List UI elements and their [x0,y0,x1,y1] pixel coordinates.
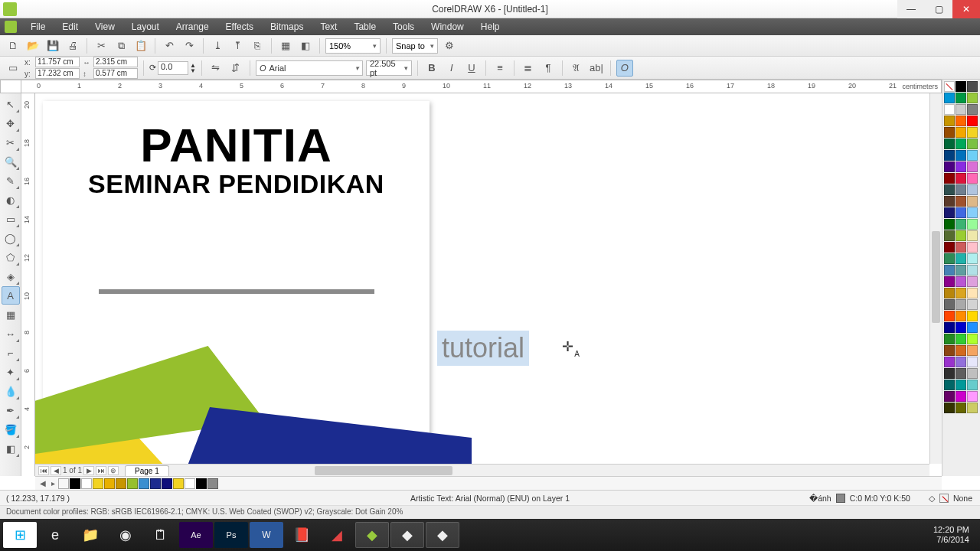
color-swatch[interactable] [956,196,966,207]
color-swatch[interactable] [967,127,978,138]
menu-view[interactable]: View [87,20,122,34]
dimension-tool[interactable]: ↔ [2,324,20,343]
color-swatch[interactable] [967,139,978,149]
mirror-v-button[interactable]: ⇵ [227,60,244,77]
color-swatch[interactable] [956,345,966,356]
palette-menu[interactable]: ▸ [48,479,57,487]
shape-tool[interactable]: ✥ [2,114,20,132]
color-swatch[interactable] [944,253,955,264]
underline-button[interactable]: U [463,60,480,77]
color-swatch[interactable] [967,288,978,298]
doc-color-swatch[interactable] [150,478,161,489]
color-swatch[interactable] [967,207,978,218]
color-swatch[interactable] [967,93,978,103]
window-close-button[interactable]: ✕ [952,0,980,18]
basic-shapes-tool[interactable]: ◈ [2,267,20,285]
color-swatch[interactable] [967,322,978,333]
color-swatch[interactable] [956,116,966,126]
italic-button[interactable]: I [443,60,460,77]
color-swatch[interactable] [956,161,966,172]
window-minimize-button[interactable]: — [897,0,925,18]
color-swatch[interactable] [944,150,955,161]
taskbar-word-icon[interactable]: W [250,522,283,548]
zoom-level-combo[interactable]: 150% [325,38,381,54]
app-launcher-button[interactable]: ▦ [277,37,294,54]
welcome-button[interactable]: ◧ [297,37,314,54]
color-swatch[interactable] [967,184,978,195]
window-maximize-button[interactable]: ▢ [925,0,952,18]
color-swatch[interactable] [944,184,955,195]
eyedropper-tool[interactable]: 💧 [2,382,20,400]
color-swatch[interactable] [967,150,978,161]
mirror-h-button[interactable]: ⇋ [207,60,224,77]
color-swatch[interactable] [967,242,978,253]
doc-color-swatch[interactable] [196,478,207,489]
height-field[interactable]: 0.577 cm [93,68,138,79]
color-swatch[interactable] [944,196,955,207]
color-swatch[interactable] [967,253,978,264]
vertical-scrollbar[interactable] [929,93,942,464]
color-swatch[interactable] [956,403,966,413]
taskbar-ie-icon[interactable]: e [38,522,72,548]
color-swatch[interactable] [967,311,978,321]
doc-color-swatch[interactable] [139,478,149,489]
color-swatch[interactable] [944,299,955,310]
color-swatch[interactable] [956,391,966,402]
color-swatch[interactable] [967,391,978,402]
taskbar-chrome-icon[interactable]: ◉ [109,522,142,548]
color-swatch[interactable] [944,357,955,367]
menu-edit[interactable]: Edit [54,20,86,34]
taskbar-app2-icon[interactable]: ◆ [390,522,424,548]
vertical-ruler[interactable]: 2018161412108642 [21,93,35,476]
color-swatch[interactable] [967,345,978,356]
outline-swatch[interactable] [939,494,949,503]
color-swatch[interactable] [956,334,966,344]
undo-button[interactable]: ↶ [161,37,178,54]
rotation-field[interactable]: 0.0 [158,61,188,75]
width-field[interactable]: 2.315 cm [93,57,138,67]
color-swatch[interactable] [944,276,955,287]
menu-layout[interactable]: Layout [124,20,167,34]
color-swatch[interactable] [944,380,955,390]
char-format-button[interactable]: 𝔄 [568,60,585,77]
rotation-stepper[interactable]: ▲▼ [190,63,196,73]
doc-color-swatch[interactable] [70,478,80,489]
taskbar-explorer-icon[interactable]: 📁 [74,522,107,548]
color-swatch[interactable] [944,116,955,126]
scrollbar-thumb[interactable] [932,231,940,323]
bold-button[interactable]: B [423,60,440,77]
freehand-tool[interactable]: ✎ [2,171,20,190]
interactive-fill-tool[interactable]: ◧ [2,439,20,458]
rectangle-tool[interactable]: ▭ [2,210,20,228]
polygon-tool[interactable]: ⬠ [2,248,20,266]
color-swatch[interactable] [967,81,978,92]
menu-help[interactable]: Help [473,20,508,34]
color-swatch[interactable] [956,184,966,195]
color-swatch[interactable] [956,219,966,230]
palette-scroll-left[interactable]: ◀ [38,479,47,487]
y-field[interactable]: 17.232 cm [35,68,80,79]
color-swatch[interactable] [956,357,966,367]
fill-indicator-icon[interactable]: �ánh [809,494,831,503]
color-swatch[interactable] [944,334,955,344]
color-swatch[interactable] [956,93,966,103]
bullet-list-button[interactable]: ≣ [520,60,537,77]
menu-file[interactable]: File [23,20,53,34]
color-swatch[interactable] [944,230,955,241]
menu-window[interactable]: Window [423,20,472,34]
doc-color-swatch[interactable] [207,478,218,489]
menu-bitmaps[interactable]: Bitmaps [263,20,311,34]
taskbar-photoshop-icon[interactable]: Ps [214,522,248,548]
color-swatch[interactable] [956,242,966,253]
menu-effects[interactable]: Effects [218,20,261,34]
color-swatch[interactable] [944,288,955,298]
color-swatch[interactable] [967,219,978,230]
color-swatch[interactable] [944,368,955,379]
color-swatch[interactable] [944,242,955,253]
fill-tool[interactable]: 🪣 [2,420,20,439]
import-button[interactable]: ⤓ [209,37,226,54]
taskbar-app3-icon[interactable]: ◆ [426,522,459,548]
taskbar-clock[interactable]: 12:20 PM 7/6/2014 [933,525,977,545]
first-page-button[interactable]: ⏮ [38,466,49,475]
color-swatch[interactable] [967,230,978,241]
